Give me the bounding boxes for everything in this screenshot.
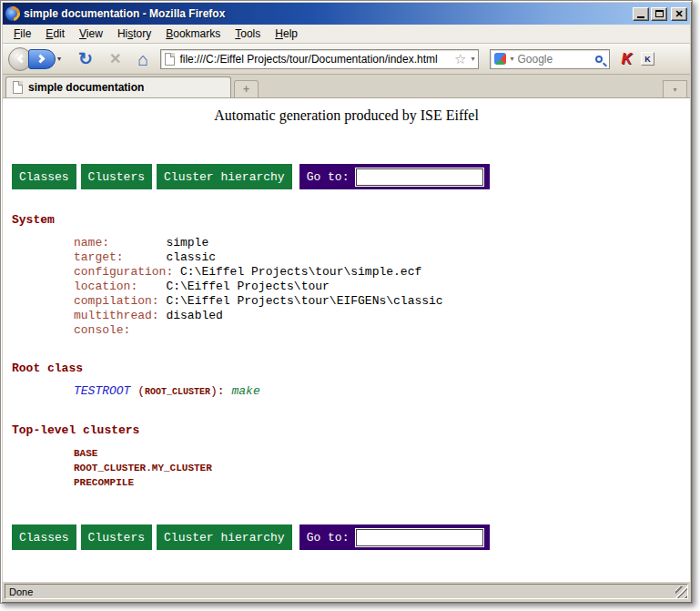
cluster-link-base[interactable]: BASE (74, 446, 690, 461)
page-favicon-icon (165, 53, 175, 66)
search-input[interactable] (517, 53, 592, 66)
kaspersky-extension-icon[interactable]: K (621, 51, 632, 67)
root-class-line: TESTROOT (ROOT_CLUSTER): make (74, 384, 690, 400)
cluster-link-precompile[interactable]: PRECOMPILE (74, 475, 690, 490)
forward-dropdown-icon[interactable]: ▾ (57, 55, 61, 63)
firefox-icon (5, 6, 20, 21)
tab-title: simple documentation (28, 81, 144, 94)
goto-input[interactable] (356, 168, 483, 186)
goto-label-bottom: Go to: (307, 531, 350, 545)
navigation-toolbar: ▾ ↻ ✕ ⌂ file:///C:/Eiffel Projects/tour/… (3, 44, 690, 75)
menu-tools[interactable]: Tools (228, 25, 268, 42)
reload-button[interactable]: ↻ (78, 50, 93, 67)
search-box[interactable]: ▾ (490, 49, 610, 69)
page-content: Automatic generation produced by ISE Eif… (3, 98, 690, 582)
goto-input-bottom[interactable] (356, 529, 483, 546)
system-row: configuration:C:\Eiffel Projects\tour\si… (74, 265, 690, 280)
search-icon[interactable] (595, 56, 603, 63)
doc-header: Automatic generation produced by ISE Eif… (3, 107, 690, 124)
root-feature-link[interactable]: make (231, 384, 259, 398)
system-rows: name:simple target:classic configuration… (74, 236, 690, 338)
goto-label: Go to: (307, 170, 350, 184)
home-button[interactable]: ⌂ (137, 50, 148, 68)
cluster-hierarchy-button-bottom[interactable]: Cluster hierarchy (157, 524, 292, 550)
url-text[interactable]: file:///C:/Eiffel Projects/tour/Document… (179, 53, 450, 66)
classes-button-bottom[interactable]: Classes (12, 524, 76, 550)
title-bar: simple documentation - Mozilla Firefox ✕ (3, 3, 690, 25)
classes-button[interactable]: Classes (12, 164, 76, 189)
browser-window: simple documentation - Mozilla Firefox ✕… (0, 0, 693, 604)
menu-view[interactable]: View (72, 25, 110, 42)
clusters-button-bottom[interactable]: Clusters (81, 524, 152, 550)
forward-icon (36, 55, 46, 64)
system-row: name:simple (74, 236, 690, 250)
clusters-button[interactable]: Clusters (81, 164, 152, 189)
cluster-list: BASE ROOT_CLUSTER.MY_CLUSTER PRECOMPILE (74, 446, 690, 490)
back-icon (17, 55, 26, 64)
cluster-link-my-cluster[interactable]: ROOT_CLUSTER.MY_CLUSTER (74, 461, 690, 475)
goto-box-bottom: Go to: (299, 524, 491, 550)
minimize-button[interactable] (633, 7, 649, 21)
root-class-heading: Root class (12, 362, 690, 375)
menu-file[interactable]: File (6, 25, 38, 42)
status-bar: Done (3, 582, 690, 601)
close-button[interactable]: ✕ (671, 7, 687, 21)
system-row: location:C:\Eiffel Projects\tour (74, 280, 690, 294)
menu-history[interactable]: History (110, 25, 158, 42)
maximize-icon (655, 10, 664, 17)
url-dropdown-icon[interactable]: ▾ (471, 55, 474, 63)
menu-edit[interactable]: Edit (38, 25, 72, 42)
bottom-nav-bar: Classes Clusters Cluster hierarchy Go to… (12, 524, 690, 550)
minimize-icon (637, 16, 644, 18)
goto-box: Go to: (299, 164, 491, 189)
resize-grip-icon[interactable] (675, 586, 687, 598)
menu-bar: File Edit View History Bookmarks Tools H… (3, 25, 690, 44)
system-row: console: (74, 323, 690, 338)
keyboard-key-extension-icon[interactable]: K (641, 52, 654, 66)
search-engine-dropdown-icon[interactable]: ▾ (510, 55, 513, 63)
maximize-button[interactable] (651, 7, 667, 21)
bookmark-star-icon[interactable]: ☆ (454, 52, 466, 66)
close-icon: ✕ (675, 9, 683, 19)
system-row: multithread:disabled (74, 309, 690, 323)
menu-bookmarks[interactable]: Bookmarks (158, 25, 228, 42)
top-nav-bar: Classes Clusters Cluster hierarchy Go to… (12, 164, 690, 189)
new-tab-button[interactable]: + (234, 80, 259, 97)
system-row: target:classic (74, 250, 690, 265)
window-title: simple documentation - Mozilla Firefox (24, 7, 629, 20)
clusters-heading: Top-level clusters (12, 423, 690, 437)
system-row: compilation:C:\Eiffel Projects\tour\EIFG… (74, 294, 690, 309)
tab-simple-documentation[interactable]: simple documentation (5, 76, 231, 97)
url-bar[interactable]: file:///C:/Eiffel Projects/tour/Document… (160, 49, 479, 69)
cluster-hierarchy-button[interactable]: Cluster hierarchy (157, 164, 292, 189)
stop-button[interactable]: ✕ (109, 52, 121, 66)
forward-button[interactable] (28, 49, 56, 69)
system-heading: System (12, 213, 690, 227)
google-logo-icon[interactable] (494, 53, 506, 65)
tab-bar: simple documentation + ▾ (3, 75, 690, 98)
root-cluster-link[interactable]: ROOT_CLUSTER (145, 387, 210, 397)
status-text: Done (5, 584, 688, 599)
menu-help[interactable]: Help (268, 25, 305, 42)
root-class-link[interactable]: TESTROOT (74, 384, 130, 398)
tab-list-dropdown-button[interactable]: ▾ (663, 80, 687, 97)
tab-favicon-icon (13, 81, 23, 94)
